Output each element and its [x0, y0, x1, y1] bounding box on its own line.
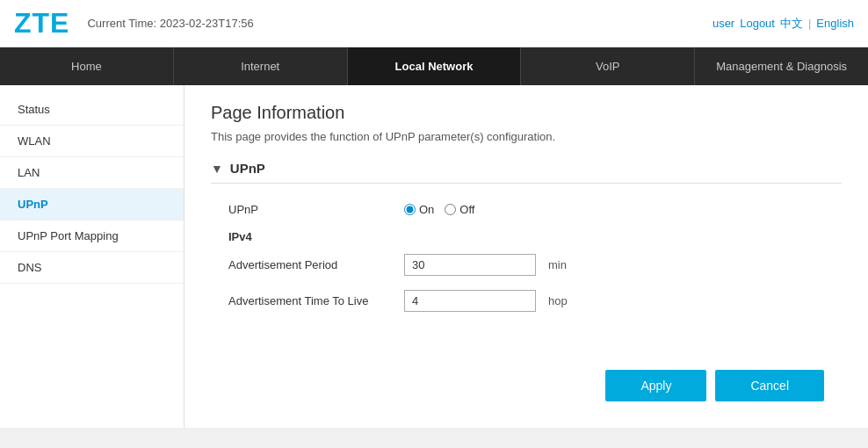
current-time: Current Time: 2023-02-23T17:56: [87, 17, 712, 30]
lang-zh-link[interactable]: 中文: [780, 16, 803, 32]
logout-link[interactable]: Logout: [740, 17, 775, 30]
sidebar: Status WLAN LAN UPnP UPnP Port Mapping D…: [0, 85, 184, 428]
header: ZTE Current Time: 2023-02-23T17:56 user …: [0, 0, 868, 47]
ad-ttl-controls: hop: [404, 290, 568, 312]
upnp-radio-group: On Off: [404, 203, 474, 216]
sidebar-item-lan[interactable]: LAN: [0, 157, 184, 189]
nav-item-voip[interactable]: VoIP: [521, 47, 695, 85]
sidebar-item-upnp-port-mapping[interactable]: UPnP Port Mapping: [0, 220, 184, 252]
lang-en-link[interactable]: English: [816, 17, 854, 30]
main-nav: Home Internet Local Network VoIP Managem…: [0, 47, 868, 85]
lang-separator: |: [808, 17, 811, 30]
content-area: Page Information This page provides the …: [184, 85, 868, 428]
logo: ZTE: [14, 7, 69, 40]
sidebar-item-dns[interactable]: DNS: [0, 252, 184, 284]
ipv4-section-title: IPv4: [228, 230, 824, 243]
nav-item-home[interactable]: Home: [0, 47, 174, 85]
nav-item-local-network[interactable]: Local Network: [348, 47, 522, 85]
nav-item-internet[interactable]: Internet: [174, 47, 348, 85]
section-header: ▼ UPnP: [211, 161, 842, 184]
ad-period-controls: min: [404, 254, 567, 276]
ad-ttl-label: Advertisement Time To Live: [228, 294, 404, 307]
upnp-row: UPnP On Off: [228, 203, 824, 216]
header-links: user Logout 中文 | English: [712, 16, 854, 32]
ad-period-label: Advertisement Period: [228, 258, 404, 271]
ad-period-input[interactable]: [404, 254, 536, 276]
user-link[interactable]: user: [712, 17, 734, 30]
upnp-off-radio[interactable]: [445, 204, 456, 215]
sidebar-item-upnp[interactable]: UPnP: [0, 189, 184, 220]
nav-item-management[interactable]: Management & Diagnosis: [695, 47, 868, 85]
page-description: This page provides the function of UPnP …: [211, 130, 842, 143]
section-title: UPnP: [230, 161, 265, 176]
sidebar-item-wlan[interactable]: WLAN: [0, 126, 184, 157]
ad-ttl-unit: hop: [548, 294, 568, 307]
ad-period-unit: min: [548, 258, 567, 271]
upnp-label: UPnP: [228, 203, 404, 216]
apply-button[interactable]: Apply: [605, 370, 706, 401]
cancel-button[interactable]: Cancel: [715, 370, 824, 401]
ad-period-row: Advertisement Period min: [228, 254, 824, 276]
ad-ttl-row: Advertisement Time To Live hop: [228, 290, 824, 312]
page-title: Page Information: [211, 103, 842, 123]
upnp-off-option[interactable]: Off: [445, 203, 474, 216]
collapse-arrow-icon[interactable]: ▼: [211, 162, 223, 176]
upnp-on-radio[interactable]: [404, 204, 416, 215]
sidebar-item-status[interactable]: Status: [0, 94, 184, 126]
upnp-on-label: On: [419, 203, 434, 216]
upnp-off-label: Off: [459, 203, 474, 216]
upnp-form: UPnP On Off IPv4 Advertisement Period: [211, 194, 842, 335]
upnp-on-option[interactable]: On: [404, 203, 434, 216]
ad-ttl-input[interactable]: [404, 290, 536, 312]
main-layout: Status WLAN LAN UPnP UPnP Port Mapping D…: [0, 85, 868, 428]
button-row: Apply Cancel: [211, 352, 842, 410]
